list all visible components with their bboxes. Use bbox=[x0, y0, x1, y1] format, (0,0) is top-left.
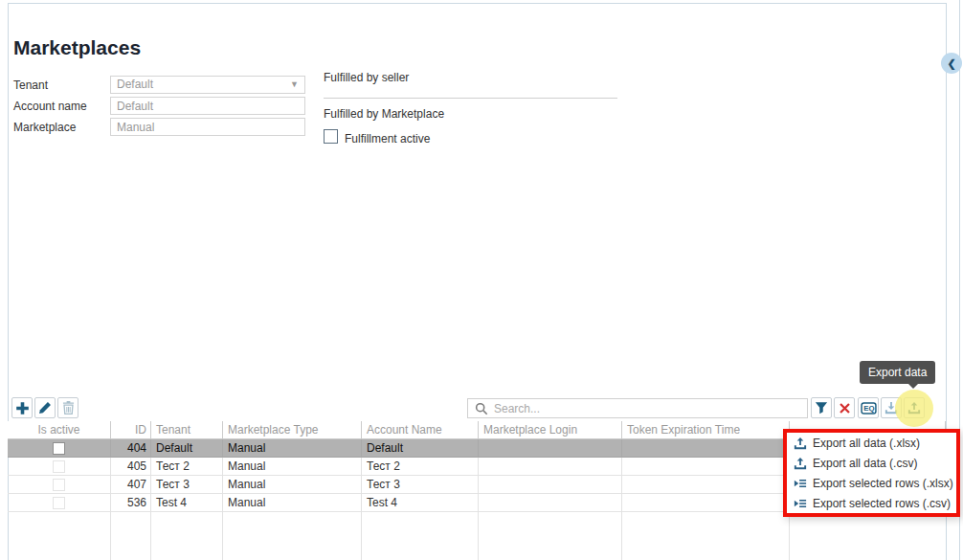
fulfilled-by-marketplace-label: Fulfilled by Marketplace bbox=[324, 107, 444, 121]
edit-row-button[interactable] bbox=[34, 397, 56, 418]
page-title: Marketplaces bbox=[13, 36, 141, 59]
marketplace-label: Marketplace bbox=[13, 121, 76, 134]
import-icon bbox=[885, 401, 898, 414]
tenant-label: Tenant bbox=[13, 78, 48, 92]
cell-id: 405 bbox=[111, 458, 151, 476]
row-is-active-checkbox[interactable] bbox=[53, 460, 65, 473]
svg-text:EQ: EQ bbox=[863, 404, 874, 413]
menu-item-export-all-xlsx[interactable]: Export all data (.xlsx) bbox=[787, 433, 956, 453]
row-is-active-checkbox[interactable] bbox=[53, 479, 65, 491]
cell-id: 407 bbox=[111, 476, 151, 494]
fulfillment-active-label: Fulfillment active bbox=[345, 132, 430, 146]
clear-x-icon bbox=[839, 402, 851, 414]
cell-tenant: Default bbox=[151, 439, 223, 458]
cell-marketplace-login bbox=[479, 439, 622, 458]
menu-item-export-all-csv[interactable]: Export all data (.csv) bbox=[787, 453, 956, 473]
tooltip-text: Export data bbox=[868, 366, 927, 379]
cell-marketplace-type: Manual bbox=[223, 458, 362, 476]
cell-marketplace-login bbox=[479, 476, 622, 494]
search-box bbox=[467, 398, 808, 418]
column-header-marketplace-login[interactable]: Marketplace Login bbox=[479, 421, 622, 439]
cell-id: 536 bbox=[111, 494, 151, 512]
chevron-left-icon: ❮ bbox=[947, 57, 955, 70]
menu-item-export-selected-csv[interactable]: Export selected rows (.csv) bbox=[787, 493, 956, 513]
trash-icon bbox=[62, 401, 75, 414]
export-icon bbox=[907, 401, 921, 414]
cell-token-expiration bbox=[622, 476, 790, 494]
row-is-active-checkbox[interactable] bbox=[53, 497, 65, 509]
search-icon bbox=[475, 402, 488, 415]
tenant-select[interactable]: Default ▼ bbox=[110, 76, 305, 94]
search-input[interactable] bbox=[494, 402, 807, 415]
export-data-tooltip: Export data bbox=[860, 361, 935, 384]
column-header-account-name[interactable]: Account Name bbox=[362, 421, 479, 439]
cell-id: 404 bbox=[111, 439, 151, 458]
marketplaces-page: ❮ Marketplaces Tenant Default ▼ Account … bbox=[0, 0, 963, 560]
clear-filter-button[interactable] bbox=[834, 397, 855, 418]
cell-marketplace-type: Manual bbox=[223, 476, 362, 494]
export-icon bbox=[794, 457, 807, 470]
export-menu: Export all data (.xlsx) Export all data … bbox=[783, 429, 960, 517]
cell-account-name: Test 4 bbox=[362, 494, 479, 512]
cell-account-name: Default bbox=[362, 439, 479, 458]
apply-filter-button[interactable] bbox=[811, 397, 832, 418]
fulfilled-by-seller-label: Fulfilled by seller bbox=[324, 71, 409, 84]
marketplace-input[interactable] bbox=[110, 118, 305, 136]
filter-builder-eq-icon: EQ bbox=[861, 402, 877, 414]
cell-marketplace-login bbox=[479, 458, 622, 476]
menu-item-export-selected-xlsx[interactable]: Export selected rows (.xlsx) bbox=[787, 473, 956, 493]
section-divider bbox=[324, 98, 617, 99]
tenant-select-value: Default bbox=[117, 77, 153, 93]
export-icon bbox=[794, 437, 807, 450]
cell-tenant: Test 4 bbox=[151, 494, 223, 512]
row-is-active-checkbox[interactable] bbox=[53, 442, 65, 455]
panel-border-top bbox=[8, 3, 946, 4]
cell-marketplace-type: Manual bbox=[223, 494, 362, 512]
column-header-token-expiration[interactable]: Token Expiration Time bbox=[622, 421, 790, 439]
column-header-is-active[interactable]: Is active bbox=[8, 421, 111, 439]
grid-empty-area bbox=[8, 512, 946, 560]
cell-marketplace-login bbox=[479, 494, 622, 512]
filter-funnel-icon bbox=[815, 401, 828, 414]
pencil-icon bbox=[38, 401, 52, 414]
account-name-label: Account name bbox=[13, 100, 87, 113]
cell-tenant: Тест 3 bbox=[151, 476, 223, 494]
filter-builder-button[interactable]: EQ bbox=[858, 397, 879, 418]
menu-item-label: Export selected rows (.csv) bbox=[813, 497, 951, 510]
export-selected-rows-icon bbox=[794, 497, 807, 510]
plus-icon bbox=[15, 401, 30, 415]
column-header-marketplace-type[interactable]: Marketplace Type bbox=[223, 421, 362, 439]
account-name-input[interactable] bbox=[110, 97, 305, 115]
menu-item-label: Export selected rows (.xlsx) bbox=[813, 477, 953, 490]
fulfillment-active-checkbox[interactable] bbox=[324, 129, 338, 144]
export-selected-rows-icon bbox=[794, 477, 807, 490]
cell-account-name: Тест 2 bbox=[362, 458, 479, 476]
import-data-button[interactable] bbox=[881, 397, 902, 418]
tooltip-arrow bbox=[907, 383, 919, 389]
collapse-panel-button[interactable]: ❮ bbox=[941, 53, 962, 74]
cell-marketplace-type: Manual bbox=[223, 439, 362, 458]
delete-row-button[interactable] bbox=[57, 397, 78, 418]
add-row-button[interactable] bbox=[11, 397, 33, 418]
menu-item-label: Export all data (.csv) bbox=[813, 457, 917, 470]
column-header-id[interactable]: ID bbox=[111, 421, 151, 439]
chevron-down-icon: ▼ bbox=[290, 77, 299, 93]
cell-token-expiration bbox=[622, 439, 790, 458]
cell-tenant: Тест 2 bbox=[151, 458, 223, 476]
cell-token-expiration bbox=[622, 458, 790, 476]
cell-account-name: Тест 3 bbox=[362, 476, 479, 494]
menu-item-label: Export all data (.xlsx) bbox=[813, 437, 920, 450]
cell-token-expiration bbox=[622, 494, 790, 512]
column-header-tenant[interactable]: Tenant bbox=[151, 421, 223, 439]
export-data-button[interactable] bbox=[904, 397, 925, 418]
